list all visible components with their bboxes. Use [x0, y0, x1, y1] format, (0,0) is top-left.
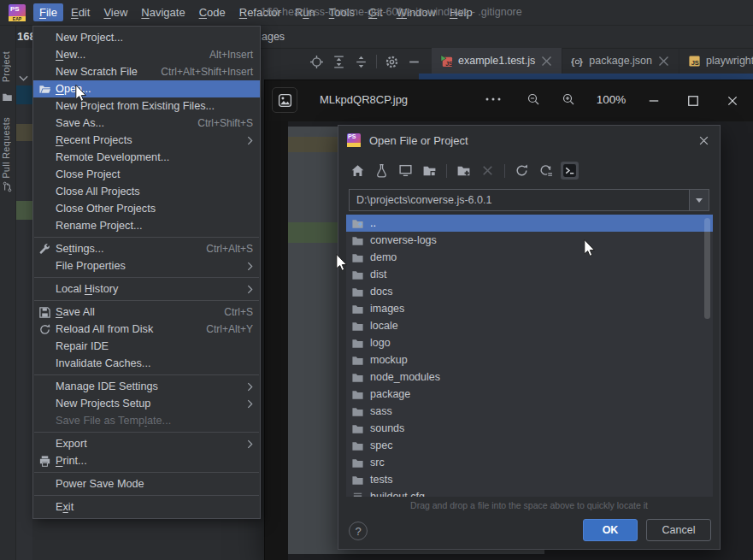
close-tab-icon[interactable] — [540, 55, 553, 68]
menu-item-save-all[interactable]: Save AllCtrl+S — [33, 304, 260, 321]
menu-item-open[interactable]: Open... — [33, 80, 260, 97]
menu-item-close-other-projects[interactable]: Close Other Projects — [33, 200, 260, 217]
tree-row-package[interactable]: package — [346, 386, 713, 403]
pull-request-icon[interactable] — [2, 181, 13, 192]
tree-row-logo[interactable]: logo — [346, 334, 713, 351]
close-tab-icon[interactable] — [657, 55, 670, 68]
editor-tab-playwright-config-js[interactable]: JSplaywright.config.js — [679, 48, 753, 74]
menu-item-label: File Properties — [56, 260, 126, 272]
toolbar-separator — [446, 164, 447, 178]
path-dropdown-button[interactable] — [689, 190, 709, 210]
menu-item-new-project-from-existing-files[interactable]: New Project from Existing Files... — [33, 97, 260, 115]
flask-icon[interactable] — [374, 163, 389, 178]
menu-item-new[interactable]: New...Alt+Insert — [33, 46, 260, 63]
tree-row-sounds[interactable]: sounds — [346, 420, 713, 437]
menubar-item-edit[interactable]: Edit — [65, 3, 96, 21]
tree-row-dist[interactable]: dist — [346, 266, 713, 283]
folder-icon — [351, 422, 364, 435]
menu-item-remote-development[interactable]: Remote Development... — [33, 149, 260, 166]
desktop-icon[interactable] — [398, 163, 413, 178]
menu-item-export[interactable]: Export — [33, 435, 260, 452]
menu-item-new-projects-setup[interactable]: New Projects Setup — [33, 395, 260, 412]
zoom-level[interactable]: 100% — [591, 93, 631, 106]
help-button[interactable]: ? — [349, 522, 368, 540]
folder-icon — [351, 251, 364, 264]
image-viewer-titlebar[interactable]: MLkpdQR8CP.jpg 100% — [265, 80, 753, 121]
menu-separator — [34, 495, 259, 496]
tree-row-[interactable]: .. — [346, 215, 713, 232]
menu-item-repair-ide[interactable]: Repair IDE — [33, 338, 260, 355]
path-value[interactable]: D:\projects\converse.js-6.0.1 — [350, 190, 689, 210]
menu-item-local-history[interactable]: Local History — [33, 280, 260, 298]
zoom-out-icon[interactable] — [527, 92, 540, 106]
tree-row-tests[interactable]: tests — [346, 471, 713, 488]
cancel-button[interactable]: Cancel — [646, 519, 711, 541]
collapse-all-icon[interactable] — [354, 55, 368, 69]
dialog-titlebar[interactable]: PS Open File or Project — [338, 126, 720, 155]
menu-item-close-project[interactable]: Close Project — [33, 166, 260, 183]
tree-row-demo[interactable]: demo — [346, 249, 713, 266]
path-combobox[interactable]: D:\projects\converse.js-6.0.1 — [349, 189, 709, 211]
folder-icon — [351, 371, 364, 384]
mouse-cursor — [335, 253, 349, 272]
zoom-in-icon[interactable] — [562, 92, 575, 106]
submenu-arrow-icon — [247, 439, 253, 449]
menu-item-print[interactable]: Print... — [33, 452, 260, 469]
image-viewer-app-button[interactable] — [272, 87, 297, 113]
menu-item-recent-projects[interactable]: Recent Projects — [33, 132, 260, 149]
tree-row-images[interactable]: images — [346, 300, 713, 317]
menu-item-invalidate-caches[interactable]: Invalidate Caches... — [33, 355, 260, 372]
tree-row-label: locale — [370, 320, 398, 332]
tree-row-spec[interactable]: spec — [346, 437, 713, 454]
hide-icon[interactable] — [407, 55, 421, 69]
tree-scrollbar[interactable] — [704, 218, 710, 319]
terminal-icon[interactable] — [561, 162, 579, 180]
close-icon[interactable] — [727, 95, 738, 107]
dialog-toolbar — [350, 163, 577, 178]
minimize-icon[interactable] — [648, 95, 660, 107]
new-folder-icon[interactable] — [456, 163, 471, 178]
locate-icon[interactable] — [309, 55, 324, 69]
editor-tab-package-json[interactable]: {}package.json — [562, 48, 679, 74]
menubar-item-code[interactable]: Code — [193, 3, 232, 21]
tree-row-sass[interactable]: sass — [346, 403, 713, 420]
tool-window-button-project[interactable]: Project — [1, 51, 11, 82]
menu-item-new-scratch-file[interactable]: New Scratch FileCtrl+Alt+Shift+Insert — [33, 63, 260, 80]
menu-item-settings[interactable]: Settings...Ctrl+Alt+S — [33, 240, 260, 257]
menu-item-manage-ide-settings[interactable]: Manage IDE Settings — [33, 378, 260, 395]
project-folder-icon[interactable] — [422, 163, 437, 178]
menu-item-file-properties[interactable]: File Properties — [33, 257, 260, 274]
menu-item-close-all-projects[interactable]: Close All Projects — [33, 183, 260, 200]
menu-item-power-save-mode[interactable]: Power Save Mode — [33, 475, 260, 492]
home-icon[interactable] — [350, 163, 365, 178]
menubar-item-navigate[interactable]: Navigate — [135, 3, 191, 21]
tree-row-mockup[interactable]: mockup — [346, 351, 713, 368]
editor-tab-example1-test-js[interactable]: JSexample1.test.js — [432, 48, 562, 74]
tree-row-locale[interactable]: locale — [346, 317, 713, 334]
tool-window-button-pull-requests[interactable]: Pull Requests — [1, 117, 11, 179]
folder-icon[interactable] — [2, 91, 13, 103]
refresh-icon[interactable] — [515, 163, 529, 178]
expand-all-icon[interactable] — [332, 55, 346, 69]
ok-button[interactable]: OK — [583, 519, 638, 541]
tree-row-label: tests — [370, 474, 392, 486]
tree-row-buildout-cfg[interactable]: buildout.cfg — [346, 488, 713, 497]
menu-item-rename-project[interactable]: Rename Project... — [33, 217, 260, 234]
dialog-close-icon[interactable] — [698, 135, 709, 146]
menu-item-new-project[interactable]: New Project... — [33, 29, 260, 46]
gear-icon[interactable] — [385, 55, 399, 69]
menu-item-exit[interactable]: Exit — [33, 498, 260, 516]
tree-row-docs[interactable]: docs — [346, 283, 713, 300]
submenu-arrow-icon — [247, 399, 253, 409]
sync-icon[interactable] — [538, 163, 553, 178]
menu-item-reload-all-from-disk[interactable]: Reload All from DiskCtrl+Alt+Y — [33, 321, 260, 338]
menubar-item-file[interactable]: File — [33, 3, 63, 21]
tree-row-src[interactable]: src — [346, 454, 713, 471]
tree-row-converse-logs[interactable]: converse-logs — [346, 232, 713, 249]
maximize-icon[interactable] — [687, 95, 699, 107]
more-options-icon[interactable] — [485, 92, 501, 106]
menu-item-save-as[interactable]: Save As...Ctrl+Shift+S — [33, 115, 260, 132]
wrench-icon — [33, 243, 56, 256]
menubar-item-view[interactable]: View — [97, 3, 133, 21]
tree-row-node-modules[interactable]: node_modules — [346, 368, 713, 386]
